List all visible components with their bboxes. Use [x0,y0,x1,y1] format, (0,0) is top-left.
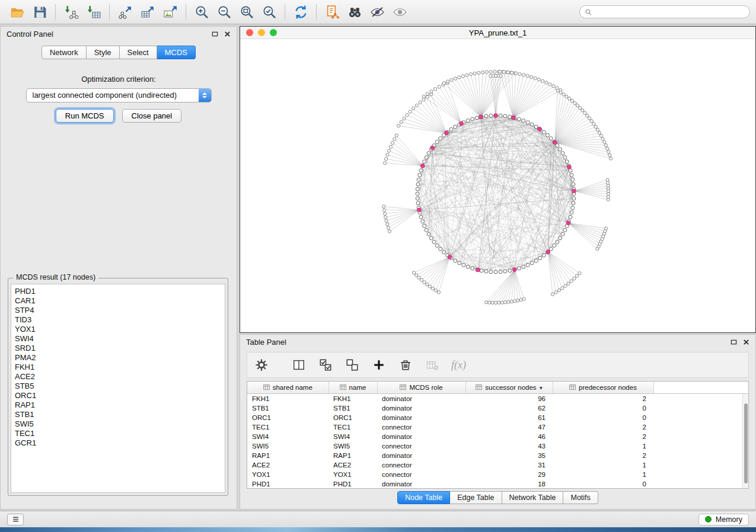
table-row[interactable]: PHD1PHD1dominator180 [247,479,748,489]
mcds-result-item[interactable]: ORC1 [15,391,221,400]
zoom-fit-button[interactable] [235,2,258,21]
task-history-button[interactable] [7,514,24,525]
open-folder-button[interactable] [6,2,28,21]
close-panel-icon[interactable] [224,31,231,37]
table-row[interactable]: TEC1TEC1connector472 [247,422,748,432]
export-network-button[interactable] [114,2,136,21]
tab-select[interactable]: Select [120,46,157,59]
tab-network[interactable]: Network [42,46,87,59]
mcds-result-item[interactable]: STB1 [15,410,221,419]
toggle-graphics-details-button[interactable] [366,2,388,21]
mcds-result-item[interactable]: SWI4 [15,334,221,344]
mcds-result-list[interactable]: PHD1CAR1STP4TID3YOX1SWI4SRD1PMA2FKH1ACE2… [11,284,225,493]
settings-button[interactable] [254,358,268,372]
cell-successors: 18 [465,479,553,489]
float-panel-icon[interactable] [212,31,218,37]
table-row[interactable]: FKH1FKH1dominator962 [247,394,748,404]
share-document-button[interactable] [321,2,343,21]
import-table-icon [87,5,101,20]
minimize-window-button[interactable] [258,29,265,36]
mcds-result-item[interactable]: STB5 [15,382,221,391]
table-row[interactable]: ACE2ACE2connector311 [247,460,748,470]
column-grid-icon [476,384,482,392]
column-header-name[interactable]: name [328,382,377,394]
mcds-result-item[interactable]: STP4 [15,306,221,315]
column-header-successor-nodes[interactable]: successor nodes▾ [465,382,553,394]
mcds-result-item[interactable]: PMA2 [15,353,221,363]
table-row[interactable]: SWI5SWI5connector431 [247,441,748,451]
add-button[interactable] [372,358,385,372]
table-scrollbar[interactable] [742,394,748,488]
column-header-MCDS-role[interactable]: MCDS role [377,382,465,394]
scrollbar-thumb[interactable] [744,403,748,483]
tab-node-table[interactable]: Node Table [397,491,450,504]
zoom-selected-icon [262,5,277,20]
search-input[interactable] [595,7,745,17]
cell-role: connector [377,422,465,432]
toolbar-separator [186,4,186,20]
mcds-result-item[interactable]: RAP1 [15,400,221,410]
network-window: YPA_prune.txt_1 [240,26,756,333]
zoom-in-button[interactable] [190,2,213,21]
mcds-result-item[interactable]: TEC1 [15,429,221,438]
column-header-predecessor-nodes[interactable]: predecessor nodes [553,382,653,394]
mcds-result-item[interactable]: SWI5 [15,419,221,429]
zoom-window-button[interactable] [270,29,277,36]
cell-filler [653,451,748,460]
import-network-button[interactable] [60,2,82,21]
table-row[interactable]: RAP1RAP1dominator352 [247,451,748,460]
table-row[interactable]: YOX1YOX1connector291 [247,470,748,479]
mcds-result-item[interactable]: GCR1 [15,438,221,448]
close-panel-button[interactable]: Close panel [122,109,182,123]
cell-predecessors: 2 [553,422,653,432]
tab-style[interactable]: Style [87,46,120,59]
import-table-button[interactable] [82,2,105,21]
run-mcds-button[interactable]: Run MCDS [56,109,114,123]
table-row[interactable]: SWI4SWI4dominator462 [247,432,748,441]
table-row[interactable]: STB1STB1dominator620 [247,403,748,413]
tab-edge-table[interactable]: Edge Table [450,491,502,504]
export-image-button[interactable] [159,2,181,21]
close-window-button[interactable] [246,29,253,36]
close-panel-icon[interactable] [743,339,749,345]
network-titlebar[interactable]: YPA_prune.txt_1 [240,27,755,39]
cell-name: SWI5 [328,441,377,451]
network-canvas[interactable] [240,39,755,332]
zoom-selected-button[interactable] [258,2,280,21]
select-all-button[interactable] [318,358,332,372]
mcds-result-item[interactable]: FKH1 [15,363,221,372]
control-panel-header: Control Panel [1,27,237,41]
delete-button[interactable] [398,358,412,372]
hide-details-button[interactable] [388,2,411,21]
table-panel-header: Table Panel [240,335,755,349]
tab-network-table[interactable]: Network Table [502,491,564,504]
network-view[interactable] [240,39,755,332]
mcds-result-item[interactable]: TID3 [15,315,221,325]
criterion-select[interactable]: largest connected component (undirected) [26,88,212,102]
mcds-result-item[interactable]: CAR1 [15,296,221,306]
table-row[interactable]: ORC1ORC1dominator610 [247,413,748,422]
mcds-result-item[interactable]: ACE2 [15,372,221,382]
search-network-button[interactable] [343,2,366,21]
mcds-result-item[interactable]: SRD1 [15,344,221,353]
zoom-out-button[interactable] [213,2,235,21]
mcds-result-item[interactable]: PHD1 [15,287,221,296]
save-button[interactable] [28,2,51,21]
cell-filler [653,460,748,470]
tab-mcds[interactable]: MCDS [157,46,196,59]
refresh-button[interactable] [289,2,312,21]
criterion-selected-value: largest connected component (undirected) [33,91,177,100]
float-panel-icon[interactable] [731,339,737,345]
tab-motifs[interactable]: Motifs [563,491,598,504]
column-header-shared-name[interactable]: shared name [247,382,328,394]
mcds-result-item[interactable]: YOX1 [15,325,221,334]
search-network-icon [347,5,362,20]
memory-button[interactable]: Memory [698,514,749,525]
export-table-button[interactable] [136,2,159,21]
cell-shared_name: PHD1 [247,479,328,489]
toggle-graphics-details-icon [370,5,385,20]
column-layout-button[interactable] [292,358,305,372]
deselect-all-button[interactable] [345,358,359,372]
search-box[interactable] [579,5,750,18]
settings-icon [255,358,268,371]
